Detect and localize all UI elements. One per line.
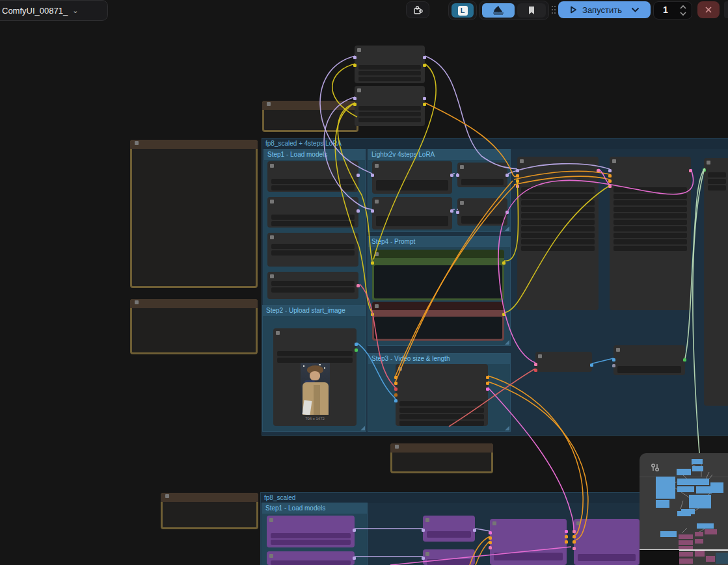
input-slot[interactable]	[489, 546, 492, 549]
input-slot[interactable]	[573, 530, 576, 533]
collapse-icon[interactable]	[460, 165, 464, 169]
collapse-icon[interactable]	[270, 200, 274, 204]
node-widget[interactable]	[613, 220, 687, 225]
output-slot[interactable]	[683, 358, 686, 361]
output-slot[interactable]	[486, 382, 489, 385]
input-slot[interactable]	[353, 56, 357, 59]
output-slot[interactable]	[565, 535, 568, 538]
node-widget[interactable]	[521, 220, 595, 225]
collapse-icon[interactable]	[267, 102, 271, 106]
output-slot[interactable]	[353, 557, 356, 560]
node-widget[interactable]	[399, 421, 484, 426]
start-image-preview[interactable]	[301, 363, 330, 415]
node-widget[interactable]	[521, 239, 595, 244]
node-widget[interactable]	[358, 65, 421, 70]
node-widget[interactable]	[271, 185, 355, 191]
node[interactable]	[355, 86, 425, 126]
collapse-icon[interactable]	[270, 274, 274, 278]
node[interactable]	[613, 345, 685, 375]
output-slot[interactable]	[689, 169, 692, 172]
output-slot[interactable]	[423, 64, 426, 67]
input-slot[interactable]	[516, 179, 519, 183]
node[interactable]	[267, 161, 358, 192]
node-widget[interactable]	[613, 233, 687, 238]
node-widget[interactable]	[376, 216, 448, 226]
node-widget[interactable]	[613, 213, 687, 218]
collapse-icon[interactable]	[612, 159, 616, 163]
node-widget[interactable]	[271, 244, 355, 249]
input-slot[interactable]	[534, 369, 537, 372]
node-widget[interactable]	[399, 408, 484, 413]
output-slot[interactable]	[450, 209, 453, 213]
node[interactable]	[355, 46, 425, 83]
node[interactable]	[457, 198, 507, 226]
group-resize-handle[interactable]	[360, 426, 365, 430]
logs-toggle-button[interactable]: L	[452, 3, 474, 18]
input-slot[interactable]	[394, 382, 398, 385]
node-widget[interactable]	[277, 351, 353, 356]
output-slot[interactable]	[423, 103, 426, 106]
note-node[interactable]	[262, 101, 358, 132]
input-slot[interactable]	[516, 174, 519, 177]
node[interactable]	[535, 352, 592, 372]
input-slot[interactable]	[612, 358, 615, 361]
node-widget[interactable]	[271, 221, 355, 226]
collapse-icon[interactable]	[357, 88, 361, 92]
collapse-icon[interactable]	[460, 201, 464, 205]
collapse-icon[interactable]	[276, 331, 280, 335]
chevron-down-icon[interactable]	[631, 7, 640, 12]
node[interactable]	[704, 158, 728, 406]
node-widget[interactable]	[271, 560, 351, 565]
node-widget[interactable]	[521, 233, 595, 238]
collapse-icon[interactable]	[395, 445, 399, 449]
toolbar-overflow-button[interactable]	[724, 1, 728, 18]
node-widget[interactable]	[617, 366, 681, 373]
node-widget[interactable]	[271, 540, 351, 545]
collapse-icon[interactable]	[538, 354, 542, 358]
node[interactable]	[423, 549, 475, 565]
node-widget[interactable]	[358, 71, 421, 75]
note-node[interactable]	[161, 493, 258, 529]
output-slot[interactable]	[502, 313, 506, 316]
input-slot[interactable]	[573, 540, 576, 544]
node-widget[interactable]	[358, 77, 421, 81]
output-slot[interactable]	[355, 343, 358, 346]
output-slot[interactable]	[565, 540, 568, 544]
input-slot[interactable]	[608, 179, 612, 183]
node-widget[interactable]	[521, 200, 595, 205]
workflow-tab[interactable]: ComfyUI_00871_ ⌄	[0, 0, 108, 21]
node-widget[interactable]	[708, 185, 726, 191]
collapse-icon[interactable]	[269, 518, 273, 522]
input-slot[interactable]	[371, 209, 374, 213]
output-slot[interactable]	[506, 211, 509, 214]
group-resize-handle[interactable]	[505, 426, 509, 430]
note-node[interactable]	[130, 299, 258, 354]
node-widget[interactable]	[376, 180, 448, 191]
node-widget[interactable]	[358, 118, 421, 122]
drag-handle-icon[interactable]	[551, 5, 556, 14]
node[interactable]	[267, 197, 358, 228]
minimap[interactable]	[640, 453, 728, 565]
input-slot[interactable]	[534, 363, 537, 366]
output-slot[interactable]	[473, 529, 476, 532]
collapse-icon[interactable]	[375, 164, 379, 168]
node[interactable]	[396, 364, 488, 426]
input-slot[interactable]	[422, 557, 425, 560]
prompt-textarea[interactable]	[374, 265, 502, 298]
node-widget[interactable]	[613, 187, 687, 192]
output-slot[interactable]	[357, 209, 360, 213]
node-widget[interactable]	[271, 250, 355, 256]
collapse-icon[interactable]	[520, 159, 524, 163]
group-resize-handle[interactable]	[505, 226, 509, 231]
minimap-sliders-icon[interactable]	[650, 462, 660, 473]
node-widget[interactable]	[521, 207, 595, 212]
input-slot[interactable]	[394, 376, 398, 379]
batch-count-input[interactable]: 1	[653, 1, 692, 20]
bookmark-toggle-button[interactable]	[517, 3, 546, 18]
extensions-button[interactable]	[406, 1, 429, 18]
input-slot[interactable]	[608, 174, 612, 177]
node-widget[interactable]	[427, 559, 471, 565]
collapse-icon[interactable]	[576, 521, 580, 525]
prompt-textarea[interactable]	[374, 317, 502, 339]
node[interactable]	[610, 157, 691, 310]
